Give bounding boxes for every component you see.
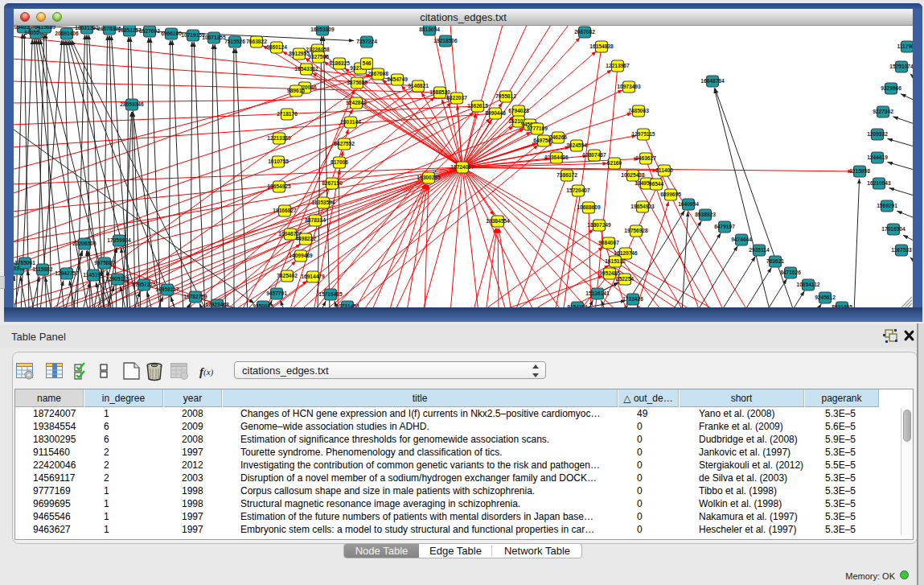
svg-text:8878334: 8878334	[305, 217, 326, 223]
svg-text:17016504: 17016504	[881, 226, 906, 232]
svg-text:19654925: 19654925	[267, 183, 291, 189]
svg-text:12213967: 12213967	[606, 63, 630, 68]
svg-text:9245612: 9245612	[815, 295, 836, 300]
svg-text:9457791: 9457791	[266, 290, 287, 296]
svg-text:19166827: 19166827	[273, 208, 297, 213]
svg-text:252254: 252254	[616, 276, 634, 282]
svg-text:9227342: 9227342	[873, 109, 893, 114]
svg-text:14099489: 14099489	[289, 253, 313, 258]
svg-text:15751074: 15751074	[889, 64, 913, 69]
svg-text:(x): (x)	[203, 367, 214, 377]
svg-text:1117906: 1117906	[897, 43, 913, 49]
svg-text:3215958: 3215958	[849, 168, 870, 174]
svg-text:1010755: 1010755	[268, 159, 289, 164]
svg-text:10958117: 10958117	[156, 286, 179, 292]
svg-text:9415689: 9415689	[35, 26, 55, 30]
svg-text:7357224: 7357224	[356, 39, 377, 44]
svg-text:9242848: 9242848	[346, 100, 367, 105]
svg-text:8813054: 8813054	[419, 27, 440, 32]
svg-text:18031391: 18031391	[75, 26, 99, 31]
svg-text:7386372: 7386372	[556, 172, 577, 178]
svg-text:8938923: 8938923	[695, 212, 716, 217]
svg-text:2803144: 2803144	[340, 119, 361, 125]
svg-text:1527602: 1527602	[139, 28, 160, 34]
svg-text:2087682: 2087682	[574, 29, 595, 35]
svg-text:8186325: 8186325	[329, 60, 350, 66]
svg-text:8454749: 8454749	[387, 76, 408, 82]
svg-text:17957225: 17957225	[132, 282, 156, 287]
svg-text:7625402: 7625402	[277, 273, 298, 278]
svg-text:7515526: 7515526	[224, 39, 245, 44]
svg-text:9146821: 9146821	[408, 83, 429, 89]
svg-text:817006: 817006	[331, 159, 348, 165]
svg-text:9474444: 9474444	[731, 237, 752, 242]
svg-text:10688609: 10688609	[577, 204, 601, 210]
svg-text:9975887: 9975887	[94, 260, 115, 266]
svg-text:7485063: 7485063	[628, 108, 649, 113]
svg-text:20206506: 20206506	[72, 241, 97, 246]
svg-text:17359924: 17359924	[107, 237, 131, 243]
svg-text:1145194: 1145194	[83, 272, 104, 278]
svg-text:19654923: 19654923	[630, 204, 655, 209]
svg-text:15716485: 15716485	[318, 291, 343, 297]
svg-text:1244419: 1244419	[867, 154, 888, 160]
svg-text:16648784: 16648784	[700, 78, 725, 84]
svg-text:18807249: 18807249	[587, 222, 611, 228]
svg-text:16120746: 16120746	[614, 250, 638, 256]
svg-text:546: 546	[362, 60, 371, 66]
svg-text:3875685: 3875685	[347, 80, 368, 85]
svg-text:7955812: 7955812	[495, 93, 516, 99]
svg-text:9777169: 9777169	[527, 126, 548, 131]
svg-text:20691406: 20691406	[55, 31, 79, 36]
svg-text:10025438: 10025438	[621, 172, 645, 178]
svg-text:10973493: 10973493	[617, 84, 641, 89]
svg-text:11353594: 11353594	[312, 200, 335, 205]
svg-text:1733426: 1733426	[622, 296, 643, 302]
svg-text:62160: 62160	[607, 160, 622, 166]
svg-text:9463627: 9463627	[635, 155, 656, 161]
svg-text:19384554: 19384554	[486, 218, 510, 224]
svg-text:28053346: 28053346	[120, 101, 144, 107]
svg-text:1209332: 1209332	[867, 131, 888, 137]
svg-text:15720407: 15720407	[566, 187, 590, 193]
svg-text:12942757: 12942757	[55, 270, 79, 276]
svg-text:1362615: 1362615	[467, 103, 488, 109]
svg-text:16154838: 16154838	[589, 43, 614, 49]
svg-text:6794028: 6794028	[508, 108, 529, 113]
svg-text:8471626: 8471626	[780, 270, 801, 275]
svg-text:311400: 311400	[655, 167, 673, 173]
svg-text:8990448: 8990448	[485, 110, 506, 116]
svg-text:10807487: 10807487	[582, 152, 606, 158]
svg-text:2867608: 2867608	[368, 71, 388, 76]
svg-text:9327505: 9327505	[308, 54, 329, 60]
svg-text:12923468: 12923468	[205, 302, 229, 307]
svg-text:10853257: 10853257	[117, 27, 142, 33]
svg-text:12975115: 12975115	[632, 131, 655, 137]
svg-text:1588520: 1588520	[429, 89, 450, 95]
svg-text:19218506: 19218506	[433, 38, 458, 43]
svg-text:6899695: 6899695	[660, 192, 681, 197]
svg-text:7663822: 7663822	[246, 39, 267, 44]
svg-text:9860124: 9860124	[266, 44, 287, 50]
svg-text:8322037: 8322037	[446, 95, 467, 101]
svg-text:2718176: 2718176	[277, 111, 298, 117]
svg-text:3624554: 3624554	[566, 142, 587, 148]
svg-text:10671355: 10671355	[202, 35, 226, 40]
svg-text:18724007: 18724007	[450, 164, 474, 170]
svg-text:6966160: 6966160	[161, 31, 182, 36]
svg-text:1569291: 1569291	[877, 203, 897, 208]
svg-text:21364436: 21364436	[544, 154, 569, 160]
svg-text:989615: 989615	[287, 88, 305, 93]
svg-text:16210643: 16210643	[867, 180, 891, 186]
svg-text:1640954: 1640954	[678, 201, 699, 207]
svg-text:1785061: 1785061	[14, 260, 35, 266]
svg-text:8267150: 8267150	[322, 180, 343, 186]
svg-text:19756928: 19756928	[624, 228, 648, 233]
svg-text:1115682: 1115682	[33, 266, 53, 272]
svg-text:9084067: 9084067	[598, 240, 619, 245]
svg-text:16053809: 16053809	[310, 27, 335, 32]
svg-text:1167533: 1167533	[891, 247, 912, 253]
svg-text:16914479: 16914479	[301, 274, 325, 279]
svg-text:4498222: 4498222	[295, 236, 316, 241]
svg-text:6479197: 6479197	[714, 224, 735, 229]
